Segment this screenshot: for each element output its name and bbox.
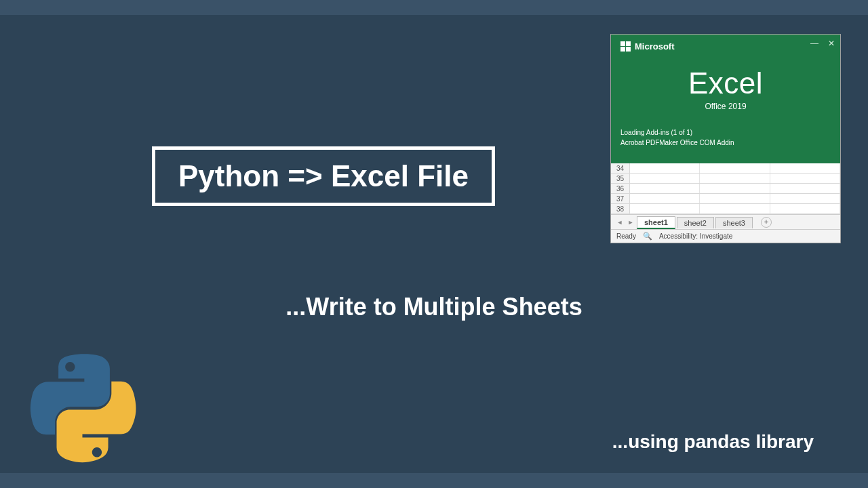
excel-splash: — ✕ Microsoft Excel Office 2019 Loading … [611, 35, 840, 163]
excel-window: — ✕ Microsoft Excel Office 2019 Loading … [610, 34, 841, 243]
grid-row[interactable]: 36 [611, 184, 840, 194]
title-box: Python => Excel File [152, 146, 495, 206]
accessibility-icon: 🔍 [643, 232, 652, 241]
footer-text: ...using pandas library [612, 431, 814, 453]
cell[interactable] [700, 204, 770, 214]
sheet-tab-2[interactable]: sheet2 [677, 217, 714, 228]
python-logo-icon [27, 354, 142, 469]
cell[interactable] [700, 184, 770, 193]
grid-row[interactable]: 38 [611, 204, 840, 214]
tab-nav-next-icon[interactable]: ► [626, 219, 635, 226]
cell[interactable] [630, 174, 700, 183]
loading-line-1: Loading Add-ins (1 of 1) [620, 127, 831, 138]
cell[interactable] [770, 194, 840, 203]
subtitle-text: ...Write to Multiple Sheets [0, 293, 868, 321]
row-number[interactable]: 34 [611, 163, 630, 173]
cell[interactable] [700, 194, 770, 203]
row-number[interactable]: 35 [611, 174, 630, 183]
brand-label: Microsoft [635, 41, 675, 52]
excel-product-name: Excel [620, 66, 831, 100]
cell[interactable] [770, 163, 840, 173]
spreadsheet-grid: 34 35 36 37 38 [611, 163, 840, 214]
cell[interactable] [630, 194, 700, 203]
cell[interactable] [630, 163, 700, 173]
cell[interactable] [770, 204, 840, 214]
grid-row[interactable]: 34 [611, 163, 840, 174]
cell[interactable] [700, 163, 770, 173]
add-sheet-button[interactable]: + [761, 217, 772, 228]
microsoft-logo-icon [620, 41, 631, 52]
row-number[interactable]: 37 [611, 194, 630, 203]
main-title: Python => Excel File [178, 159, 469, 193]
loading-line-2: Acrobat PDFMaker Office COM Addin [620, 138, 831, 148]
status-accessibility: Accessibility: Investigate [659, 232, 732, 240]
cell[interactable] [700, 174, 770, 183]
top-band [0, 0, 868, 15]
excel-version: Office 2019 [620, 102, 831, 111]
cell[interactable] [630, 204, 700, 214]
grid-row[interactable]: 35 [611, 174, 840, 184]
cell[interactable] [770, 184, 840, 193]
tab-nav-prev-icon[interactable]: ◄ [615, 219, 625, 226]
excel-loading-status: Loading Add-ins (1 of 1) Acrobat PDFMake… [620, 127, 831, 148]
close-icon[interactable]: ✕ [828, 39, 835, 48]
minimize-icon[interactable]: — [810, 39, 818, 48]
status-ready: Ready [616, 232, 636, 240]
row-number[interactable]: 38 [611, 204, 630, 214]
grid-row[interactable]: 37 [611, 194, 840, 204]
sheet-tabs-row: ◄ ► sheet1 sheet2 sheet3 + [611, 214, 840, 229]
bottom-band [0, 473, 868, 488]
row-number[interactable]: 36 [611, 184, 630, 193]
cell[interactable] [630, 184, 700, 193]
window-controls: — ✕ [810, 39, 835, 48]
status-bar: Ready 🔍 Accessibility: Investigate [611, 229, 840, 243]
sheet-tab-3[interactable]: sheet3 [715, 217, 753, 228]
sheet-tab-1[interactable]: sheet1 [637, 216, 675, 229]
cell[interactable] [770, 174, 840, 183]
microsoft-brand: Microsoft [620, 41, 831, 52]
